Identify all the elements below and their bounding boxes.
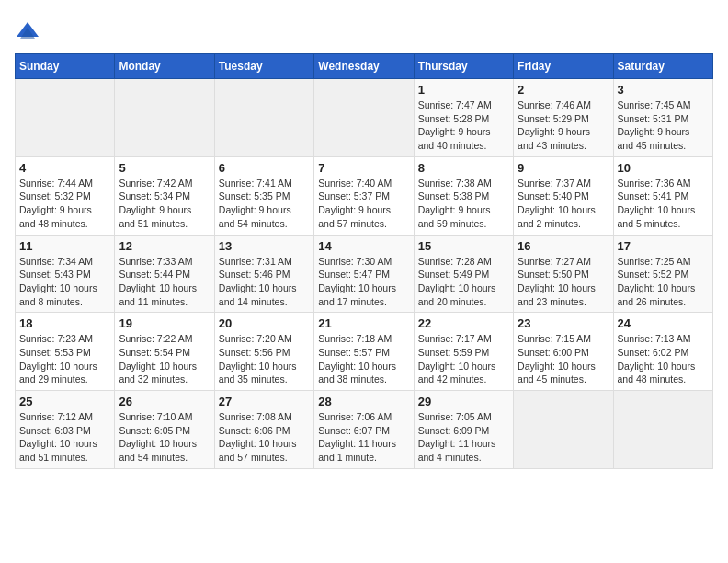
day-number: 16	[518, 239, 609, 253]
calendar-cell: 23Sunrise: 7:15 AM Sunset: 6:00 PM Dayli…	[514, 313, 613, 391]
day-info: Sunrise: 7:08 AM Sunset: 6:06 PM Dayligh…	[219, 410, 310, 465]
calendar-week-row: 1Sunrise: 7:47 AM Sunset: 5:28 PM Daylig…	[16, 79, 713, 157]
calendar-cell: 22Sunrise: 7:17 AM Sunset: 5:59 PM Dayli…	[414, 313, 513, 391]
day-number: 1	[418, 83, 509, 97]
day-number: 12	[119, 239, 210, 253]
day-info: Sunrise: 7:33 AM Sunset: 5:44 PM Dayligh…	[119, 255, 210, 309]
weekday-header: Monday	[115, 54, 214, 79]
day-number: 17	[618, 239, 709, 253]
day-number: 20	[219, 316, 310, 330]
calendar-cell: 15Sunrise: 7:28 AM Sunset: 5:49 PM Dayli…	[414, 235, 513, 313]
calendar-table: SundayMondayTuesdayWednesdayThursdayFrid…	[15, 53, 713, 469]
day-info: Sunrise: 7:28 AM Sunset: 5:49 PM Dayligh…	[418, 255, 509, 309]
calendar-cell: 14Sunrise: 7:30 AM Sunset: 5:47 PM Dayli…	[314, 235, 414, 313]
calendar-cell: 13Sunrise: 7:31 AM Sunset: 5:46 PM Dayli…	[214, 235, 313, 313]
day-info: Sunrise: 7:30 AM Sunset: 5:47 PM Dayligh…	[318, 255, 409, 309]
day-info: Sunrise: 7:36 AM Sunset: 5:41 PM Dayligh…	[618, 177, 709, 231]
calendar-week-row: 4Sunrise: 7:44 AM Sunset: 5:32 PM Daylig…	[16, 156, 713, 235]
calendar-cell	[115, 79, 214, 157]
calendar-week-row: 11Sunrise: 7:34 AM Sunset: 5:43 PM Dayli…	[16, 235, 713, 313]
calendar-cell: 1Sunrise: 7:47 AM Sunset: 5:28 PM Daylig…	[414, 79, 513, 157]
calendar-cell: 17Sunrise: 7:25 AM Sunset: 5:52 PM Dayli…	[613, 235, 712, 313]
day-number: 2	[518, 83, 609, 97]
day-info: Sunrise: 7:34 AM Sunset: 5:43 PM Dayligh…	[19, 255, 110, 309]
calendar-cell: 9Sunrise: 7:37 AM Sunset: 5:40 PM Daylig…	[514, 156, 613, 235]
weekday-header: Saturday	[613, 54, 712, 79]
calendar-cell: 26Sunrise: 7:10 AM Sunset: 6:05 PM Dayli…	[115, 391, 214, 469]
day-info: Sunrise: 7:45 AM Sunset: 5:31 PM Dayligh…	[618, 98, 709, 153]
calendar-cell	[613, 391, 712, 469]
day-number: 11	[19, 239, 110, 253]
day-info: Sunrise: 7:37 AM Sunset: 5:40 PM Dayligh…	[518, 177, 609, 231]
day-info: Sunrise: 7:17 AM Sunset: 5:59 PM Dayligh…	[418, 332, 509, 386]
weekday-header: Sunday	[16, 54, 115, 79]
day-info: Sunrise: 7:41 AM Sunset: 5:35 PM Dayligh…	[219, 177, 310, 231]
day-number: 9	[518, 161, 609, 175]
calendar-cell: 2Sunrise: 7:46 AM Sunset: 5:29 PM Daylig…	[514, 79, 613, 157]
day-info: Sunrise: 7:38 AM Sunset: 5:38 PM Dayligh…	[418, 177, 509, 231]
day-info: Sunrise: 7:22 AM Sunset: 5:54 PM Dayligh…	[119, 332, 210, 386]
logo-icon	[15, 18, 40, 44]
day-info: Sunrise: 7:18 AM Sunset: 5:57 PM Dayligh…	[318, 332, 409, 386]
day-info: Sunrise: 7:25 AM Sunset: 5:52 PM Dayligh…	[618, 255, 709, 309]
weekday-header: Tuesday	[214, 54, 313, 79]
calendar-cell: 27Sunrise: 7:08 AM Sunset: 6:06 PM Dayli…	[214, 391, 313, 469]
calendar-cell: 12Sunrise: 7:33 AM Sunset: 5:44 PM Dayli…	[115, 235, 214, 313]
day-info: Sunrise: 7:05 AM Sunset: 6:09 PM Dayligh…	[418, 410, 509, 465]
day-number: 10	[618, 161, 709, 175]
day-number: 19	[119, 316, 210, 330]
day-number: 6	[219, 161, 310, 175]
calendar-cell: 7Sunrise: 7:40 AM Sunset: 5:37 PM Daylig…	[314, 156, 414, 235]
calendar-cell: 29Sunrise: 7:05 AM Sunset: 6:09 PM Dayli…	[414, 391, 513, 469]
calendar-cell: 20Sunrise: 7:20 AM Sunset: 5:56 PM Dayli…	[214, 313, 313, 391]
day-info: Sunrise: 7:27 AM Sunset: 5:50 PM Dayligh…	[518, 255, 609, 309]
calendar-cell	[514, 391, 613, 469]
day-number: 15	[418, 239, 509, 253]
day-number: 22	[418, 316, 509, 330]
calendar-cell: 10Sunrise: 7:36 AM Sunset: 5:41 PM Dayli…	[613, 156, 712, 235]
day-info: Sunrise: 7:31 AM Sunset: 5:46 PM Dayligh…	[219, 255, 310, 309]
day-number: 25	[19, 395, 110, 408]
day-number: 26	[119, 395, 210, 408]
calendar-cell: 3Sunrise: 7:45 AM Sunset: 5:31 PM Daylig…	[613, 79, 712, 157]
calendar-cell	[16, 79, 115, 157]
day-info: Sunrise: 7:13 AM Sunset: 6:02 PM Dayligh…	[618, 332, 709, 386]
day-info: Sunrise: 7:44 AM Sunset: 5:32 PM Dayligh…	[19, 177, 110, 231]
calendar-cell: 16Sunrise: 7:27 AM Sunset: 5:50 PM Dayli…	[514, 235, 613, 313]
day-number: 3	[618, 83, 709, 97]
logo	[15, 15, 44, 44]
day-info: Sunrise: 7:46 AM Sunset: 5:29 PM Dayligh…	[518, 98, 609, 153]
weekday-header: Wednesday	[314, 54, 414, 79]
calendar-cell: 18Sunrise: 7:23 AM Sunset: 5:53 PM Dayli…	[16, 313, 115, 391]
calendar-cell: 25Sunrise: 7:12 AM Sunset: 6:03 PM Dayli…	[16, 391, 115, 469]
calendar-cell	[314, 79, 414, 157]
calendar-cell: 5Sunrise: 7:42 AM Sunset: 5:34 PM Daylig…	[115, 156, 214, 235]
day-number: 29	[418, 395, 509, 408]
day-info: Sunrise: 7:20 AM Sunset: 5:56 PM Dayligh…	[219, 332, 310, 386]
day-number: 21	[318, 316, 409, 330]
day-number: 13	[219, 239, 310, 253]
calendar-body: 1Sunrise: 7:47 AM Sunset: 5:28 PM Daylig…	[16, 79, 713, 469]
calendar-cell: 24Sunrise: 7:13 AM Sunset: 6:02 PM Dayli…	[613, 313, 712, 391]
day-info: Sunrise: 7:47 AM Sunset: 5:28 PM Dayligh…	[418, 98, 509, 153]
calendar-cell	[214, 79, 313, 157]
day-number: 8	[418, 161, 509, 175]
day-number: 23	[518, 316, 609, 330]
day-number: 24	[618, 316, 709, 330]
day-info: Sunrise: 7:40 AM Sunset: 5:37 PM Dayligh…	[318, 177, 409, 231]
weekday-header: Thursday	[414, 54, 513, 79]
calendar-week-row: 25Sunrise: 7:12 AM Sunset: 6:03 PM Dayli…	[16, 391, 713, 469]
calendar-cell: 8Sunrise: 7:38 AM Sunset: 5:38 PM Daylig…	[414, 156, 513, 235]
calendar-cell: 11Sunrise: 7:34 AM Sunset: 5:43 PM Dayli…	[16, 235, 115, 313]
day-number: 7	[318, 161, 409, 175]
calendar-header: SundayMondayTuesdayWednesdayThursdayFrid…	[16, 54, 713, 79]
day-number: 28	[318, 395, 409, 408]
calendar-cell: 4Sunrise: 7:44 AM Sunset: 5:32 PM Daylig…	[16, 156, 115, 235]
day-info: Sunrise: 7:23 AM Sunset: 5:53 PM Dayligh…	[19, 332, 110, 386]
day-number: 5	[119, 161, 210, 175]
day-number: 4	[19, 161, 110, 175]
day-info: Sunrise: 7:12 AM Sunset: 6:03 PM Dayligh…	[19, 410, 110, 465]
day-number: 18	[19, 316, 110, 330]
calendar-cell: 6Sunrise: 7:41 AM Sunset: 5:35 PM Daylig…	[214, 156, 313, 235]
day-number: 27	[219, 395, 310, 408]
